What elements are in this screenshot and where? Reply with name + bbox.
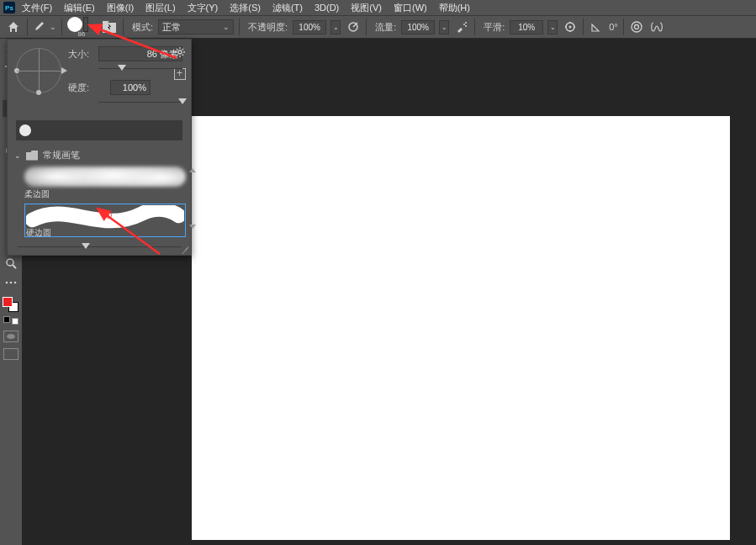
tool-preset-chevron-icon[interactable]: ⌄ <box>50 23 56 31</box>
smoothing-label: 平滑: <box>484 21 505 34</box>
preset-soft-round[interactable]: 柔边圆 <box>24 167 186 200</box>
tool-zoom[interactable] <box>3 255 19 272</box>
svg-point-16 <box>10 282 13 284</box>
svg-point-18 <box>178 50 182 54</box>
angle-icon <box>589 19 604 34</box>
hardness-field[interactable]: 100% <box>110 80 151 95</box>
menu-edit[interactable]: 编辑(E) <box>59 0 100 16</box>
airbrush-icon[interactable] <box>454 19 469 34</box>
opacity-label: 不透明度: <box>248 21 288 34</box>
menu-3d[interactable]: 3D(D) <box>309 1 344 14</box>
chevron-down-icon: ⌄ <box>223 23 230 31</box>
size-field[interactable]: 86 像素 <box>98 46 182 61</box>
menu-filter[interactable]: 滤镜(T) <box>267 0 308 16</box>
default-colors-icon[interactable] <box>3 316 19 325</box>
size-label: 大小: <box>68 48 98 61</box>
panel-resize-grip[interactable] <box>181 245 189 253</box>
svg-point-7 <box>632 22 642 32</box>
thumbnail-size-slider[interactable] <box>18 242 181 252</box>
preset-scrollbar[interactable] <box>189 168 196 237</box>
preset-group-header[interactable]: ⌄ 常规画笔 <box>8 147 191 163</box>
menu-window[interactable]: 窗口(W) <box>389 0 432 16</box>
divider <box>623 19 624 35</box>
menu-view[interactable]: 视图(V) <box>346 0 387 16</box>
menu-file[interactable]: 文件(F) <box>17 0 57 16</box>
svg-point-8 <box>634 25 638 29</box>
menu-help[interactable]: 帮助(H) <box>434 0 475 16</box>
flow-label: 流量: <box>375 21 396 34</box>
preset-hard-round[interactable]: 硬边圆 <box>24 204 186 237</box>
menu-select[interactable]: 选择(S) <box>225 0 266 16</box>
symmetry-icon[interactable] <box>649 19 664 34</box>
divider <box>61 19 62 35</box>
hardness-label: 硬度: <box>68 82 98 94</box>
tool-more[interactable] <box>3 274 19 291</box>
svg-point-13 <box>7 259 13 266</box>
divider <box>474 19 475 35</box>
divider <box>27 19 28 35</box>
hard-round-preview <box>26 205 184 225</box>
brush-preset-panel: 大小: 86 像素 硬度: 100% ⌄ 常规画笔 柔边圆 <box>7 39 192 256</box>
divider <box>366 19 367 35</box>
brush-settings-button[interactable] <box>101 19 118 35</box>
svg-point-6 <box>569 26 572 29</box>
smoothing-dropdown[interactable]: ⌄ <box>547 20 558 34</box>
menu-type[interactable]: 文字(Y) <box>182 0 224 16</box>
divider <box>239 19 240 35</box>
brush-preset-picker[interactable]: ⌄ 86 <box>67 17 96 38</box>
opacity-pressure-icon[interactable] <box>346 19 361 34</box>
brush-angle-control[interactable] <box>16 48 61 93</box>
opacity-field[interactable]: 100% <box>293 20 326 34</box>
pressure-size-icon[interactable] <box>629 19 644 34</box>
flow-dropdown[interactable]: ⌄ <box>439 20 449 34</box>
tool-indicator-brush-icon <box>33 21 45 33</box>
brush-tip-preview <box>16 120 182 140</box>
folder-icon <box>26 151 38 161</box>
preset-list: 柔边圆 硬边圆 <box>24 167 186 237</box>
disclosure-triangle-icon: ⌄ <box>14 151 21 160</box>
angle-value[interactable]: 0° <box>609 22 618 32</box>
brush-preset-chevron-icon[interactable]: ⌄ <box>89 20 96 29</box>
mode-value: 正常 <box>162 21 181 34</box>
canvas[interactable] <box>192 116 730 540</box>
svg-point-3 <box>465 22 467 24</box>
svg-point-15 <box>6 282 8 284</box>
home-button[interactable] <box>5 19 22 35</box>
menu-bar: Ps 文件(F) 编辑(E) 图像(I) 图层(L) 文字(Y) 选择(S) 滤… <box>0 0 756 15</box>
opacity-dropdown[interactable]: ⌄ <box>330 20 341 34</box>
svg-point-4 <box>465 25 467 27</box>
svg-point-2 <box>463 24 465 25</box>
preset-group-label: 常规画笔 <box>43 149 80 161</box>
quickmask-button[interactable] <box>3 331 19 342</box>
smoothing-field[interactable]: 10% <box>510 20 543 34</box>
preset-label: 柔边圆 <box>24 188 186 200</box>
size-slider[interactable] <box>98 63 182 75</box>
mode-label: 模式: <box>132 21 153 34</box>
screenmode-button[interactable] <box>3 348 19 360</box>
smoothing-options-icon[interactable] <box>563 19 578 34</box>
menu-image[interactable]: 图像(I) <box>102 0 139 16</box>
svg-point-17 <box>14 282 17 284</box>
divider <box>583 19 584 35</box>
divider <box>123 19 124 35</box>
panel-settings-gear-icon[interactable] <box>174 46 186 58</box>
brush-size-readout: 86 <box>78 30 86 38</box>
hardness-slider[interactable] <box>98 97 182 108</box>
svg-line-14 <box>13 265 16 268</box>
app-icon: Ps <box>3 2 15 13</box>
options-bar: ⌄ ⌄ 86 模式: 正常⌄ 不透明度: 100% ⌄ 流量: 100% ⌄ 平… <box>0 15 756 39</box>
menu-layer[interactable]: 图层(L) <box>140 0 180 16</box>
mode-select[interactable]: 正常⌄ <box>158 19 234 34</box>
soft-round-preview <box>24 167 186 187</box>
preset-label: 硬边圆 <box>26 227 184 239</box>
color-swatches[interactable] <box>3 297 19 312</box>
flow-field[interactable]: 100% <box>401 20 435 34</box>
